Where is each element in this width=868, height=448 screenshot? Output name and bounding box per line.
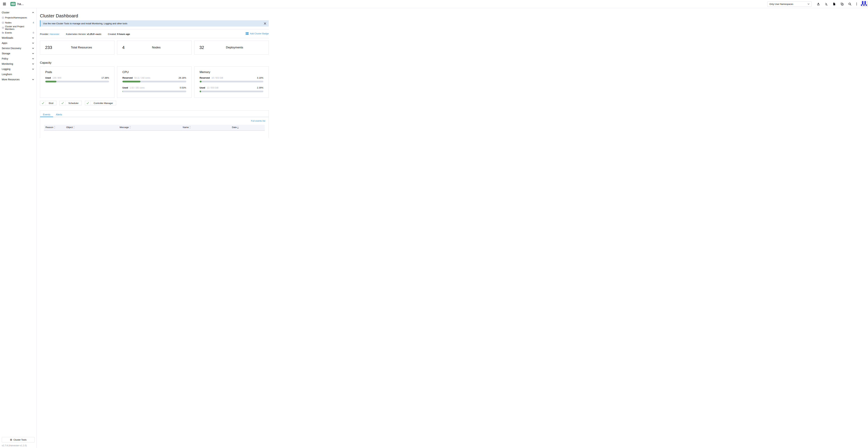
globe-icon: [2, 16, 4, 19]
stat-value: 32: [199, 45, 204, 50]
tab-alerts[interactable]: Alerts: [53, 112, 65, 117]
etcd-status-chip: Etcd: [40, 101, 56, 105]
capacity-card-cpu: CPU Reserved 54.11 / 192 cores 28.18% Us…: [117, 66, 191, 98]
events-panel: Events Alerts Full events list Reason Ob…: [40, 110, 269, 138]
stat-label: Total Resources: [52, 46, 111, 49]
sidebar-item-label: Nodes: [5, 21, 12, 24]
stats-row: 233 Total Resources 4 Nodes 32 Deploymen…: [40, 41, 269, 55]
memory-used-progressbar: [199, 91, 264, 92]
sidebar-group-policy[interactable]: Policy: [0, 56, 36, 61]
stat-label: Deployments: [204, 46, 265, 49]
sort-icon: [189, 126, 191, 129]
memory-reserved-progressbar: [199, 81, 264, 83]
sidebar-item-label: Cluster and Project Members: [5, 25, 34, 30]
sidebar-item-label: Events: [5, 31, 12, 34]
check-icon: [85, 101, 91, 105]
chevron-down-icon: [32, 58, 34, 59]
nodes-count-badge: 4: [33, 21, 34, 24]
chevron-down-icon: [32, 68, 34, 70]
sidebar-group-logging[interactable]: Logging: [0, 66, 36, 72]
stat-card-total-resources[interactable]: 233 Total Resources: [40, 41, 115, 55]
memory-reserved-row: Reserved 16 / 503 GiB 3.18%: [199, 76, 264, 83]
sidebar-group-cluster[interactable]: Cluster: [0, 10, 36, 15]
full-events-list-link[interactable]: Full events list: [251, 120, 265, 122]
chevron-down-icon: [32, 42, 34, 44]
capacity-card-title: CPU: [122, 70, 186, 74]
pods-used-row: Used 139 / 800 17.38%: [45, 76, 109, 83]
sidebar-group-label: Workloads: [2, 36, 13, 39]
cpu-used-row: Used 1.02 / 192 cores 0.53%: [122, 87, 186, 92]
check-icon: [40, 101, 46, 105]
sidebar-group-monitoring[interactable]: Monitoring: [0, 61, 36, 66]
column-header-name[interactable]: Name: [181, 125, 230, 130]
created-info: Created: 9 hours ago: [108, 33, 130, 35]
main-content: Cluster Dashboard Use the new Cluster To…: [37, 0, 272, 138]
cpu-reserved-row: Reserved 54.11 / 192 cores 28.18%: [122, 76, 186, 83]
sidebar-item-events[interactable]: Events 0: [0, 30, 36, 35]
sidebar-item-nodes[interactable]: Nodes 4: [0, 20, 36, 25]
cpu-used-progressbar: [122, 91, 186, 92]
harvester-logo-glyph: [11, 2, 15, 6]
sidebar-group-more-resources[interactable]: More Resources: [0, 77, 36, 82]
component-status-row: Etcd Scheduler Controller Manager: [40, 101, 269, 105]
tab-events[interactable]: Events: [40, 112, 53, 117]
sidebar-group-storage[interactable]: Storage: [0, 51, 36, 56]
sidebar-item-label: Projects/Namespaces: [5, 16, 27, 19]
sidebar-group-apps[interactable]: Apps: [0, 40, 36, 45]
capacity-card-title: Memory: [199, 70, 264, 74]
column-header-message[interactable]: Message: [118, 125, 181, 130]
column-header-object[interactable]: Object: [65, 125, 118, 130]
full-events-link-row: Full events list: [40, 117, 269, 122]
memory-used-row: Used 12 / 503 GiB 2.39%: [199, 87, 264, 92]
cluster-name[interactable]: ha...: [18, 2, 24, 6]
column-header-date[interactable]: Date: [230, 125, 265, 130]
sidebar-group-label: Policy: [2, 57, 8, 60]
sidebar-group-label: Logging: [2, 68, 10, 70]
column-header-reason[interactable]: Reason: [44, 125, 65, 130]
capacity-card-pods: Pods Used 139 / 800 17.38%: [40, 66, 115, 98]
top-bar: ha... Only User Namespaces: [0, 0, 272, 8]
stat-card-deployments[interactable]: 32 Deployments: [194, 41, 269, 55]
stat-card-nodes[interactable]: 4 Nodes: [117, 41, 191, 55]
check-icon: [60, 101, 65, 105]
provider-info: Provider: Harvester: [40, 33, 59, 35]
controller-manager-status-chip: Controller Manager: [85, 101, 116, 105]
provider-link[interactable]: Harvester: [50, 33, 59, 35]
close-icon[interactable]: [264, 22, 266, 25]
sidebar: Cluster Projects/Namespaces Nodes 4 Clus…: [0, 8, 37, 138]
capacity-row: Pods Used 139 / 800 17.38% CPU Reserved …: [40, 66, 269, 98]
sidebar-group-label: Apps: [2, 42, 7, 44]
stat-label: Nodes: [125, 46, 188, 49]
sidebar-group-label: Longhorn: [2, 73, 12, 76]
sidebar-group-label: More Resources: [2, 78, 20, 81]
chevron-up-icon: [32, 12, 34, 13]
stat-value: 4: [122, 45, 124, 50]
sidebar-item-longhorn[interactable]: Longhorn: [0, 72, 36, 77]
chevron-down-icon: [32, 48, 34, 49]
sidebar-group-label: Monitoring: [2, 62, 13, 65]
add-cluster-badge-link[interactable]: Add Cluster Badge: [246, 32, 269, 35]
sidebar-item-projects-namespaces[interactable]: Projects/Namespaces: [0, 15, 36, 20]
sidebar-group-service-discovery[interactable]: Service Discovery: [0, 45, 36, 51]
sort-icon: [129, 126, 131, 129]
chip-label: Controller Manager: [91, 101, 116, 105]
folder-icon: [2, 31, 4, 34]
capacity-section-title: Capacity: [40, 61, 269, 65]
sidebar-group-label: Service Discovery: [2, 47, 21, 50]
scheduler-status-chip: Scheduler: [60, 101, 82, 105]
sidebar-group-label: Cluster: [2, 11, 9, 14]
chevron-down-icon: [32, 53, 34, 54]
harvester-logo[interactable]: [10, 2, 16, 6]
cluster-badge-icon: [246, 32, 249, 35]
hamburger-menu-icon[interactable]: [3, 3, 6, 5]
sidebar-item-cluster-project-members[interactable]: Cluster and Project Members: [0, 25, 36, 30]
chevron-down-icon: [32, 79, 34, 80]
banner-text: Use the new Cluster Tools to manage and …: [43, 22, 127, 25]
chip-label: Scheduler: [65, 101, 82, 105]
empty-table-body: [44, 130, 265, 138]
stat-value: 233: [45, 45, 52, 50]
chevron-down-icon: [32, 63, 34, 65]
globe-icon: [2, 21, 4, 24]
sidebar-group-workloads[interactable]: Workloads: [0, 35, 36, 40]
sort-icon: [54, 126, 55, 129]
